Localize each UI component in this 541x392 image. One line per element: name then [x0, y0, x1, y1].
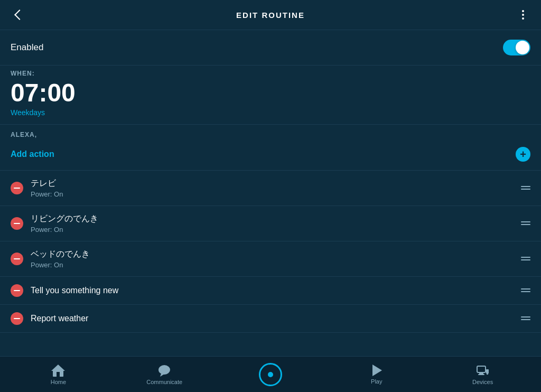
action-sub: Power: On [31, 226, 515, 234]
svg-rect-6 [479, 372, 483, 374]
page-title: EDIT ROUTINE [26, 11, 515, 20]
alexa-button[interactable] [259, 363, 282, 386]
action-name: リビングのでんき [31, 213, 515, 225]
action-text: Tell you something new [31, 286, 515, 295]
svg-point-3 [158, 365, 170, 375]
drag-handle[interactable] [521, 221, 530, 225]
action-text: Report weather [31, 314, 515, 323]
dot-icon [522, 10, 524, 12]
action-name: Tell you something new [31, 286, 515, 295]
svg-rect-2 [57, 372, 60, 377]
action-item[interactable]: Tell you something new [0, 277, 541, 305]
more-options-button[interactable] [515, 6, 531, 23]
nav-label-home: Home [51, 379, 66, 385]
enabled-row: Enabled [0, 30, 541, 65]
action-sub: Power: On [31, 190, 515, 198]
action-item[interactable]: リビングのでんき Power: On [0, 206, 541, 241]
svg-rect-5 [477, 366, 486, 372]
action-text: テレビ Power: On [31, 178, 515, 198]
enabled-toggle[interactable] [503, 40, 530, 55]
communicate-icon [157, 364, 171, 377]
svg-rect-9 [487, 374, 488, 375]
nav-label-devices: Devices [472, 379, 493, 385]
time-display[interactable]: 07:00 [11, 79, 530, 107]
svg-marker-1 [51, 365, 65, 371]
when-section: WHEN: 07:00 Weekdays [0, 66, 541, 117]
toggle-knob [516, 41, 529, 54]
nav-label-play: Play [371, 378, 382, 385]
dot-icon [522, 17, 524, 20]
play-icon [371, 365, 382, 376]
enabled-label: Enabled [11, 42, 43, 53]
drag-handle[interactable] [521, 257, 530, 260]
action-item[interactable]: ベッドのでんき Power: On [0, 241, 541, 277]
remove-icon[interactable] [11, 182, 23, 194]
action-item[interactable]: テレビ Power: On [0, 171, 541, 206]
remove-icon[interactable] [11, 312, 23, 325]
nav-item-communicate[interactable]: Communicate [111, 364, 218, 385]
alexa-inner-icon [268, 372, 273, 377]
nav-item-play[interactable]: Play [323, 365, 430, 385]
nav-item-home[interactable]: Home [5, 364, 111, 385]
action-text: ベッドのでんき Power: On [31, 249, 515, 269]
home-icon [51, 364, 65, 377]
alexa-section: ALEXA, [0, 125, 541, 138]
remove-icon[interactable] [11, 284, 23, 297]
back-button[interactable] [10, 6, 26, 23]
weekdays-label[interactable]: Weekdays [11, 108, 530, 117]
when-label: WHEN: [11, 70, 530, 77]
back-chevron-icon [14, 10, 25, 20]
add-action-icon[interactable]: + [516, 147, 530, 162]
action-name: Report weather [31, 314, 515, 323]
dot-icon [522, 14, 524, 16]
alexa-label: ALEXA, [11, 131, 530, 138]
action-name: テレビ [31, 178, 515, 189]
action-sub: Power: On [31, 261, 515, 269]
devices-icon [476, 364, 490, 377]
header: EDIT ROUTINE [0, 0, 541, 30]
action-item[interactable]: Report weather [0, 305, 541, 333]
nav-item-alexa[interactable] [218, 363, 324, 386]
svg-rect-7 [478, 374, 484, 375]
svg-rect-8 [486, 369, 489, 374]
content-area: Enabled WHEN: 07:00 Weekdays ALEXA, Add … [0, 30, 541, 356]
nav-label-communicate: Communicate [146, 379, 182, 385]
remove-icon[interactable] [11, 253, 23, 265]
bottom-nav: Home Communicate Play [0, 356, 541, 392]
remove-icon[interactable] [11, 217, 23, 230]
drag-handle[interactable] [521, 288, 530, 292]
drag-handle[interactable] [521, 316, 530, 320]
add-action-label: Add action [11, 150, 54, 159]
nav-item-devices[interactable]: Devices [430, 364, 536, 385]
drag-handle[interactable] [521, 186, 530, 190]
add-action-row[interactable]: Add action + [0, 138, 541, 170]
action-text: リビングのでんき Power: On [31, 213, 515, 234]
svg-marker-4 [160, 374, 164, 377]
action-name: ベッドのでんき [31, 249, 515, 260]
